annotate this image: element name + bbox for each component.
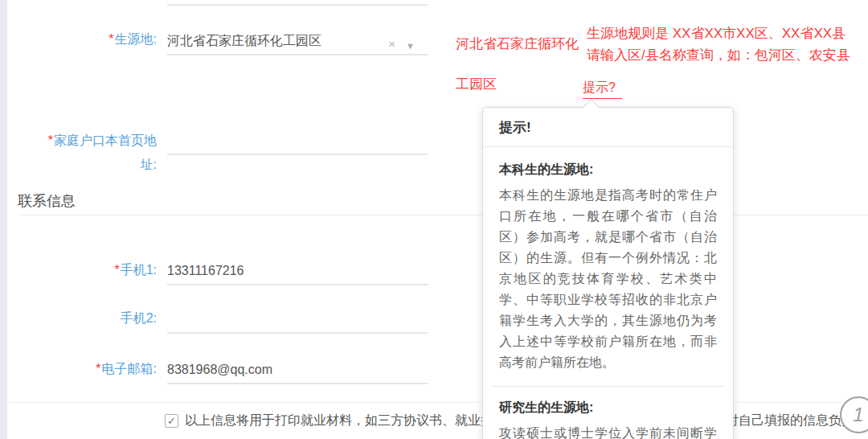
badge-number: 1 — [853, 404, 863, 425]
mobile1-label: *手机1: — [16, 261, 157, 279]
mobile2-label-text: 手机2: — [121, 311, 157, 325]
chevron-down-icon[interactable]: ▼ — [406, 33, 415, 59]
household-address-label: *家庭户口本首页地 址: — [16, 129, 157, 177]
origin-rules-line2: 请输入区/县名称查询，如：包河区、农安县 — [587, 44, 856, 66]
hint-link[interactable]: 提示? — [583, 80, 622, 99]
email-label-text: 电子邮箱: — [102, 362, 157, 375]
checkmark-icon: ✓ — [167, 415, 176, 427]
origin-select[interactable]: 河北省石家庄循环化工园区 × ▼ — [167, 28, 428, 55]
tooltip-section-divider — [491, 386, 725, 387]
tooltip-heading-grad: 研究生的生源地: — [499, 400, 717, 416]
clear-icon[interactable]: × — [388, 31, 395, 57]
email-label: *电子邮箱: — [16, 360, 157, 378]
contact-section-divider — [18, 215, 868, 215]
profile-form-page: *生源地: 河北省石家庄循环化工园区 × ▼ 河北省石家庄循环化工园区 生源地规… — [0, 0, 868, 439]
origin-label-text: 生源地: — [115, 32, 157, 46]
origin-select-value: 河北省石家庄循环化工园区 — [167, 34, 321, 47]
household-address-input[interactable] — [167, 128, 428, 155]
consent-text-left: 以上信息将用于打印就业材料，如三方协议书、就业推 — [185, 412, 493, 429]
required-asterisk: * — [48, 133, 53, 147]
mobile1-input[interactable]: 13311167216 — [167, 258, 428, 285]
hint-tooltip: 提示! 本科生的生源地: 本科生的生源地是指高考时的常住户口所在地，一般在哪个省… — [482, 107, 734, 439]
email-input[interactable]: 8381968@qq.com — [167, 357, 428, 384]
mobile2-label: 手机2: — [16, 310, 157, 327]
previous-field-underline — [167, 4, 428, 6]
bottom-divider — [8, 402, 868, 403]
tooltip-heading-undergrad: 本科生的生源地: — [499, 162, 717, 178]
household-label-line2: 址: — [141, 158, 157, 171]
consent-checkbox[interactable]: ✓ — [165, 414, 178, 428]
contact-section-title: 联系信息 — [18, 191, 76, 211]
tooltip-title: 提示! — [483, 108, 733, 147]
mobile1-label-text: 手机1: — [121, 263, 157, 277]
origin-rules-text: 生源地规则是 XX省XX市XX区、XX省XX县 请输入区/县名称查询，如：包河区… — [587, 23, 856, 66]
required-asterisk: * — [108, 32, 113, 46]
required-asterisk: * — [114, 263, 119, 277]
tooltip-paragraph-undergrad: 本科生的生源地是指高考时的常住户口所在地，一般在哪个省市（自治区）参加高考，就是… — [499, 185, 717, 373]
household-label-line1: 家庭户口本首页地 — [54, 133, 157, 147]
origin-rules-line1: 生源地规则是 XX省XX市XX区、XX省XX县 — [587, 23, 856, 44]
required-asterisk: * — [96, 362, 100, 375]
origin-field-label: *生源地: — [16, 31, 157, 48]
page-left-gutter — [0, 0, 7, 439]
tooltip-paragraph-grad: 攻读硕士或博士学位入学前未间断学业，由本科起连续攻读的，其生源地确定按照本科生生… — [499, 423, 717, 439]
mobile1-value: 13311167216 — [167, 264, 244, 277]
email-value: 8381968@qq.com — [167, 363, 272, 376]
mobile2-input[interactable] — [167, 306, 428, 334]
origin-echo-text: 河北省石家庄循环化工园区 — [456, 24, 584, 105]
tooltip-body: 本科生的生源地: 本科生的生源地是指高考时的常住户口所在地，一般在哪个省市（自治… — [483, 147, 733, 439]
